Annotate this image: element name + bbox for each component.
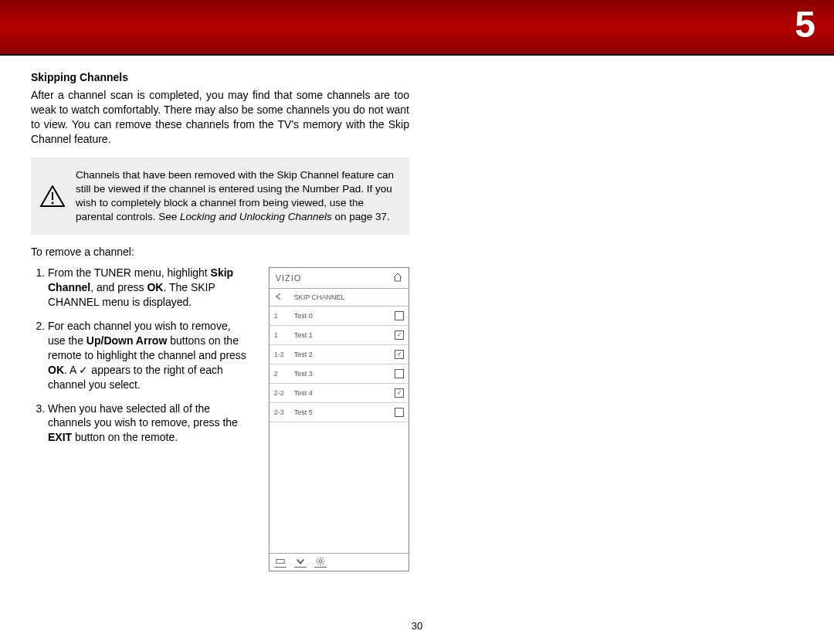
channel-number: 2: [274, 370, 294, 378]
channel-number: 1: [274, 312, 294, 320]
step-3: When you have selected all of the channe…: [48, 402, 250, 446]
svg-point-3: [319, 560, 322, 563]
tv-rows: 1Test 01Test 1✓1-2Test 2✓2Test 32-2Test …: [270, 307, 409, 422]
gear-icon: [314, 557, 327, 568]
table-row: 2-3Test 5: [270, 403, 409, 422]
note-text-b: on page 37.: [332, 211, 390, 222]
step1-a: From the TUNER menu, highlight: [48, 266, 211, 279]
channel-name: Test 2: [294, 351, 359, 358]
lower-row: From the TUNER menu, highlight Skip Chan…: [31, 266, 409, 571]
channel-name: Test 0: [294, 312, 359, 320]
step-1: From the TUNER menu, highlight Skip Chan…: [48, 266, 250, 310]
tv-menu: VIZIO SKIP CHANNEL 1Test 01Test 1✓1-2Tes…: [269, 267, 409, 571]
checkbox-icon: ✓: [395, 350, 404, 359]
section-heading: Skipping Channels: [31, 71, 409, 83]
table-row: 1-2Test 2✓: [270, 345, 409, 364]
checkbox-icon: [395, 408, 404, 417]
wide-icon: [274, 557, 286, 568]
step3-a: When you have selected all of the channe…: [48, 402, 238, 429]
tv-menu-header: VIZIO: [270, 268, 409, 289]
checkbox-icon: [395, 369, 404, 378]
warning-icon: [40, 168, 76, 225]
svg-line-8: [317, 559, 318, 560]
back-icon: [274, 292, 294, 303]
v-icon: [294, 557, 307, 568]
tv-menu-title: SKIP CHANNEL: [294, 293, 385, 301]
svg-line-11: [317, 564, 318, 564]
step3-c: button on the remote.: [72, 431, 178, 443]
chapter-banner: 5: [0, 0, 834, 56]
steps-list: From the TUNER menu, highlight Skip Chan…: [31, 266, 250, 571]
table-row: 2Test 3: [270, 364, 409, 384]
lead-sentence: To remove a channel:: [31, 246, 409, 258]
intro-paragraph: After a channel scan is completed, you m…: [31, 88, 409, 147]
step1-bold2: OK: [147, 281, 163, 293]
step2-bold2: OK: [48, 364, 64, 376]
tv-menu-footer: [270, 553, 409, 571]
channel-name: Test 3: [294, 370, 359, 378]
channel-number: 1-2: [274, 351, 294, 358]
step1-c: , and press: [90, 281, 147, 293]
svg-line-9: [322, 564, 323, 564]
svg-line-10: [322, 559, 323, 560]
page-number: 30: [0, 620, 834, 632]
note-text-italic: Locking and Unlocking Channels: [180, 211, 332, 222]
note-box: Channels that have been removed with the…: [31, 158, 409, 236]
checkbox-icon: ✓: [395, 388, 404, 398]
channel-number: 2-2: [274, 389, 294, 397]
table-row: 2-2Test 4✓: [270, 384, 409, 403]
svg-point-1: [52, 202, 54, 205]
channel-number: 2-3: [274, 408, 294, 416]
channel-name: Test 1: [294, 331, 359, 339]
table-row: 1Test 1✓: [270, 326, 409, 345]
home-icon: [393, 273, 402, 283]
step2-bold1: Up/Down Arrow: [86, 334, 167, 347]
channel-number: 1: [274, 331, 294, 339]
channel-name: Test 5: [294, 408, 359, 416]
table-row: 1Test 0: [270, 307, 409, 326]
checkbox-icon: ✓: [395, 330, 404, 340]
svg-rect-2: [276, 560, 284, 564]
step2-e: . A ✓ appears to the right of each chann…: [48, 364, 223, 391]
checkbox-icon: [395, 311, 404, 320]
channel-name: Test 4: [294, 389, 359, 397]
step3-bold: EXIT: [48, 431, 72, 443]
chapter-number: 5: [795, 3, 815, 46]
page-content: Skipping Channels After a channel scan i…: [0, 56, 440, 571]
tv-menu-title-row: SKIP CHANNEL: [270, 289, 409, 307]
tv-brand: VIZIO: [276, 273, 302, 283]
note-text: Channels that have been removed with the…: [76, 168, 395, 225]
step-2: For each channel you wish to remove, use…: [48, 319, 250, 391]
